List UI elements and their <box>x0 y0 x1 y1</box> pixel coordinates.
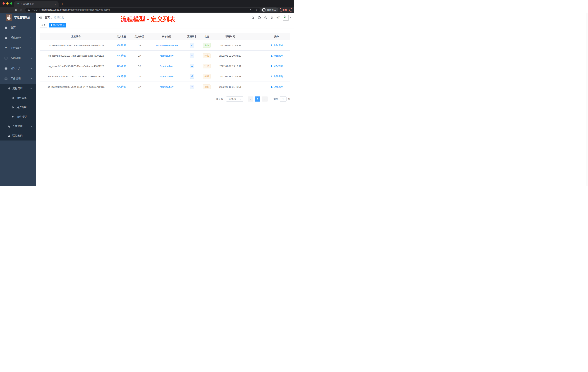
window-close-button[interactable] <box>2 2 5 5</box>
sidebar-item-dev-tools[interactable]: 研发工具 <box>0 63 36 74</box>
security-warning-icon <box>28 9 30 11</box>
definition-id: oa_leave:5:004b710b-7b8a-11ec-8ef0-acde4… <box>40 44 112 47</box>
version-badge: v2 <box>190 74 195 78</box>
form-link[interactable]: /bpm/oa/leave/create <box>156 44 178 47</box>
logo-image <box>6 14 12 21</box>
definition-name-link[interactable]: OA 请假 <box>117 65 126 67</box>
form-icon <box>11 97 14 99</box>
definition-category: OA <box>131 86 148 88</box>
fullscreen-icon[interactable] <box>269 16 275 19</box>
gear-icon <box>4 36 8 40</box>
dashboard-icon <box>4 26 8 29</box>
reload-icon[interactable] <box>13 9 19 11</box>
font-size-icon[interactable]: T T <box>275 16 282 19</box>
url-text: dashboard.yudao.iocoder.cn/bpm/manager/d… <box>42 9 110 11</box>
back-icon[interactable]: ← <box>2 8 8 11</box>
security-label[interactable]: 不安全 <box>31 8 38 11</box>
sidebar-item-process-management[interactable]: 流程管理 <box>0 84 36 93</box>
bookmark-star-icon[interactable]: ☆ <box>255 9 258 11</box>
deploy-time: 2022-01-22 21:48:38 <box>215 44 246 47</box>
breadcrumb-separator: / <box>52 16 52 19</box>
sidebar-menu: 首页 系统管理 ¥ 支付管理 <box>0 22 36 141</box>
tag-process-definition[interactable]: 流程定义 × <box>49 23 66 27</box>
sidebar-item-process-model[interactable]: 流程模型 <box>0 112 36 121</box>
status-badge: 激活 <box>203 43 210 47</box>
pagination-total: 共 5 条 <box>216 97 223 101</box>
window-controls <box>2 2 12 5</box>
assign-rule-button[interactable]: 分配规则 <box>270 85 283 88</box>
sidebar-item-system[interactable]: 系统管理 <box>0 33 36 43</box>
pagination: 共 5 条 10条/页 ‹ 1 › 前往 页 <box>40 97 290 101</box>
tag-close-icon[interactable]: × <box>63 24 64 26</box>
goto-unit-label: 页 <box>288 97 290 101</box>
next-page-button[interactable]: › <box>262 97 268 101</box>
goto-label: 前往 <box>273 97 278 101</box>
sidebar-item-payment[interactable]: ¥ 支付管理 <box>0 43 36 53</box>
tag-home[interactable]: 首页 <box>40 23 47 27</box>
sidebar-item-label: 研发工具 <box>10 67 21 70</box>
tab-close-icon[interactable]: × <box>54 3 57 5</box>
form-link[interactable]: /bpm/oa/flow <box>160 75 173 78</box>
definition-category: OA <box>131 65 148 67</box>
status-badge: 挂起 <box>203 64 210 68</box>
user-icon <box>8 134 10 137</box>
assign-rule-button[interactable]: 分配规则 <box>270 44 283 47</box>
user-group-icon <box>11 106 14 109</box>
page-content: 定义编号 定义名称 定义分类 表单信息 流程版本 状态 部署时间 操作 oa_l… <box>36 28 294 186</box>
prev-page-button[interactable]: ‹ <box>248 97 253 101</box>
address-bar[interactable]: 不安全 dashboard.yudao.iocoder.cn/bpm/manag… <box>25 8 260 12</box>
window-zoom-button[interactable] <box>10 2 12 5</box>
sidebar-item-workflow[interactable]: 工作流程 <box>0 74 36 84</box>
window-minimize-button[interactable] <box>6 2 9 5</box>
chevron-up-icon <box>30 87 32 89</box>
assign-rule-button[interactable]: 分配规则 <box>270 75 283 78</box>
url-path: /bpm/manager/definition?key=oa_leave <box>70 9 110 11</box>
incognito-badge: 无痕模式 <box>261 8 278 12</box>
form-link[interactable]: /bpm/oa/flow <box>160 86 173 88</box>
sidebar-item-home[interactable]: 首页 <box>0 22 36 33</box>
new-tab-button[interactable]: + <box>61 2 63 6</box>
github-icon[interactable] <box>256 16 262 19</box>
sidebar-item-task-management[interactable]: 任务管理 <box>0 121 36 131</box>
form-link[interactable]: /bpm/oa/flow <box>160 55 173 57</box>
browser-tab[interactable]: 芋道管理系统 × <box>14 1 59 7</box>
sidebar-item-label: 用户分组 <box>17 106 27 109</box>
goto-page-input[interactable] <box>280 97 286 101</box>
sidebar-item-label: 流程表单 <box>17 96 27 99</box>
forward-icon[interactable]: → <box>8 8 13 11</box>
page-size-select[interactable]: 10条/页 <box>226 97 243 101</box>
breadcrumb-home[interactable]: 首页 <box>45 16 50 19</box>
avatar[interactable] <box>283 15 289 21</box>
chevron-up-icon <box>30 77 32 80</box>
sidebar: 芋道管理系统 首页 系统管理 <box>0 13 36 186</box>
definition-name-link[interactable]: OA 请假 <box>117 75 126 78</box>
toolbox-icon <box>4 67 8 70</box>
current-page-button[interactable]: 1 <box>255 97 260 101</box>
sidebar-item-user-group[interactable]: 用户分组 <box>0 103 36 112</box>
main-panel: 首页 / 流程定义 流程模型 - 定义列表 <box>36 13 294 186</box>
tab-title: 芋道管理系统 <box>21 2 54 6</box>
avatar-caret-icon[interactable]: ▼ <box>290 17 292 19</box>
sidebar-logo[interactable]: 芋道管理系统 <box>0 13 36 22</box>
sidebar-item-infrastructure[interactable]: 基础设施 <box>0 53 36 63</box>
sidebar-fold-icon[interactable] <box>36 16 44 20</box>
password-key-icon[interactable] <box>250 8 252 11</box>
browser-menu-kebab-icon[interactable]: ⋮ <box>288 9 291 11</box>
yen-icon: ¥ <box>4 46 8 50</box>
definition-name-link[interactable]: OA 请假 <box>117 54 126 57</box>
assign-rule-button[interactable]: 分配规则 <box>270 54 283 57</box>
address-divider <box>39 9 40 11</box>
sidebar-item-leave-query[interactable]: 请假查询 <box>0 131 36 141</box>
search-icon[interactable] <box>250 16 256 19</box>
deploy-time: 2022-01-16 01:40:51 <box>215 86 246 88</box>
tab-search-chevron-icon[interactable] <box>289 2 292 5</box>
sidebar-item-process-form[interactable]: 流程表单 <box>0 93 36 103</box>
home-icon[interactable] <box>19 9 24 11</box>
browser-update-button[interactable]: 更新 ⋮ <box>280 8 292 12</box>
assign-rule-button[interactable]: 分配规则 <box>270 65 283 68</box>
incognito-icon <box>262 8 266 12</box>
help-icon[interactable] <box>262 16 269 19</box>
definition-name-link[interactable]: OA 请假 <box>117 44 126 47</box>
form-link[interactable]: /bpm/oa/flow <box>160 65 173 67</box>
definition-name-link[interactable]: OA 请假 <box>117 85 126 88</box>
